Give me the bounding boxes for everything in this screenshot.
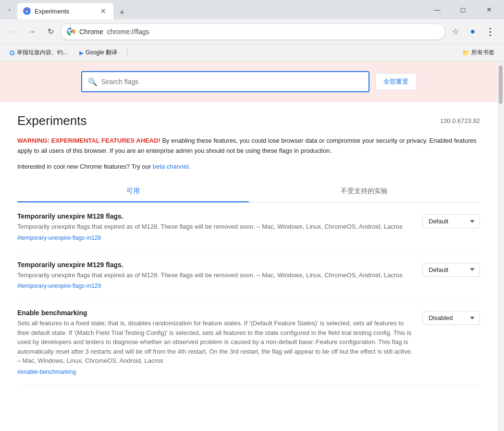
- flag-item: Temporarily unexpire M129 flags.Temporar…: [17, 251, 480, 300]
- chrome-logo-icon: [67, 27, 75, 36]
- scrollbar-track[interactable]: [497, 62, 504, 431]
- toolbar-actions: ☆ ● ⋮: [447, 24, 498, 40]
- flag-info-0: Temporarily unexpire M128 flags.Temporar…: [17, 212, 415, 241]
- warning-label: WARNING: EXPERIMENTAL FEATURES AHEAD!: [17, 137, 160, 144]
- address-bar[interactable]: Chrome chrome://flags: [61, 24, 445, 40]
- active-tab[interactable]: Experiments ✕: [17, 3, 113, 19]
- flags-tabs: 可用 不受支持的实验: [17, 181, 480, 203]
- flag-control-1: DefaultEnabledDisabled: [422, 263, 480, 277]
- flag-select-0[interactable]: DefaultEnabledDisabled: [422, 214, 480, 228]
- experiments-header: Experiments 130.0.6723.92: [17, 113, 480, 128]
- bookmark-item-spam[interactable]: G 举报垃圾内容、钓...: [6, 47, 72, 59]
- beta-suffix: .: [188, 163, 190, 170]
- address-chrome-label: Chrome: [79, 28, 103, 36]
- toolbar: ← → ↻ Chrome chrome://flags ☆ ● ⋮: [0, 19, 504, 44]
- minimize-button[interactable]: —: [426, 2, 448, 17]
- svg-point-4: [70, 30, 73, 33]
- flag-link-2[interactable]: #enable-benchmarking: [17, 369, 415, 375]
- folder-icon: 📁: [462, 49, 469, 56]
- reload-button[interactable]: ↻: [42, 24, 59, 40]
- bookmark-translate-label: Google 翻译: [86, 49, 117, 57]
- profile-button[interactable]: ●: [465, 24, 481, 40]
- beta-text: Interested in cool new Chrome features? …: [17, 162, 480, 172]
- flag-link-1[interactable]: #temporary-unexpire-flags-m129: [17, 283, 415, 289]
- experiments-section: Experiments 130.0.6723.92 WARNING: EXPER…: [0, 102, 497, 397]
- tab-close-button[interactable]: ✕: [99, 7, 108, 15]
- new-tab-button[interactable]: +: [115, 6, 129, 19]
- tab-available[interactable]: 可用: [17, 181, 249, 202]
- beta-channel-link[interactable]: beta channel: [153, 163, 188, 170]
- flag-desc-0: Temporarily unexpire flags that expired …: [17, 222, 415, 232]
- tab-unsupported[interactable]: 不受支持的实验: [249, 181, 480, 202]
- all-bookmarks-item[interactable]: 📁 所有书签: [458, 47, 498, 59]
- address-url: chrome://flags: [107, 28, 149, 36]
- flag-desc-2: Sets all features to a fixed state; that…: [17, 319, 415, 366]
- flag-list: Temporarily unexpire M128 flags.Temporar…: [17, 203, 480, 385]
- bookmark-star-button[interactable]: ☆: [447, 24, 464, 40]
- flag-info-2: Enable benchmarkingSets all features to …: [17, 309, 415, 375]
- version-text: 130.0.6723.92: [440, 117, 480, 124]
- flag-control-2: DefaultEnabledDisabled: [422, 311, 480, 325]
- flag-desc-1: Temporarily unexpire flags that expired …: [17, 271, 415, 280]
- flag-name-2: Enable benchmarking: [17, 309, 415, 317]
- bookmarks-bar: G 举报垃圾内容、钓... ▶ Google 翻译 📁 所有书签: [0, 44, 504, 62]
- interested-text: Interested in cool new Chrome features? …: [17, 163, 153, 170]
- flag-name-1: Temporarily unexpire M129 flags.: [17, 261, 415, 269]
- close-button[interactable]: ✕: [478, 2, 500, 17]
- warning-text: WARNING: EXPERIMENTAL FEATURES AHEAD! By…: [17, 136, 480, 156]
- flag-select-2[interactable]: DefaultEnabledDisabled: [422, 311, 480, 325]
- scrollbar-thumb[interactable]: [499, 65, 503, 104]
- page-wrapper: 🔍 全部重置 Experiments 130.0.6723.92 WARNING…: [0, 62, 504, 431]
- flag-item: Temporarily unexpire M128 flags.Temporar…: [17, 203, 480, 251]
- search-icon: 🔍: [88, 77, 98, 86]
- flag-select-1[interactable]: DefaultEnabledDisabled: [422, 263, 480, 277]
- translate-icon: ▶: [79, 49, 84, 56]
- search-box: 🔍: [81, 71, 369, 92]
- flag-link-0[interactable]: #temporary-unexpire-flags-m128: [17, 234, 415, 241]
- bookmarks-right: 📁 所有书签: [458, 47, 498, 59]
- flag-name-0: Temporarily unexpire M128 flags.: [17, 212, 415, 220]
- back-button[interactable]: ←: [6, 24, 22, 40]
- window-controls: — ◻ ✕: [426, 2, 500, 17]
- menu-button[interactable]: ⋮: [482, 24, 498, 40]
- restore-button[interactable]: ◻: [452, 2, 474, 17]
- reset-all-button[interactable]: 全部重置: [375, 73, 417, 90]
- flag-info-1: Temporarily unexpire M129 flags.Temporar…: [17, 261, 415, 290]
- warning-box: WARNING: EXPERIMENTAL FEATURES AHEAD! By…: [17, 136, 480, 172]
- tab-scroll-left-button[interactable]: ‹: [4, 4, 15, 15]
- flag-control-0: DefaultEnabledDisabled: [422, 214, 480, 228]
- flag-item: Enable benchmarkingSets all features to …: [17, 299, 480, 385]
- search-input[interactable]: [101, 78, 363, 86]
- tab-strip: Experiments ✕ +: [17, 0, 424, 19]
- search-section: 🔍 全部重置: [0, 62, 497, 102]
- titlebar: ‹ Experiments ✕ + — ◻ ✕: [0, 0, 504, 19]
- bookmark-spam-label: 举报垃圾内容、钓...: [17, 49, 68, 57]
- tab-title: Experiments: [35, 8, 95, 15]
- bookmarks-separator: [127, 48, 127, 58]
- google-g-icon: G: [10, 49, 15, 57]
- page-content: 🔍 全部重置 Experiments 130.0.6723.92 WARNING…: [0, 62, 497, 431]
- tab-favicon: [23, 7, 31, 15]
- forward-button[interactable]: →: [24, 24, 40, 40]
- bookmark-item-translate[interactable]: ▶ Google 翻译: [75, 47, 121, 59]
- page-title: Experiments: [17, 113, 87, 128]
- all-bookmarks-label: 所有书签: [471, 49, 494, 57]
